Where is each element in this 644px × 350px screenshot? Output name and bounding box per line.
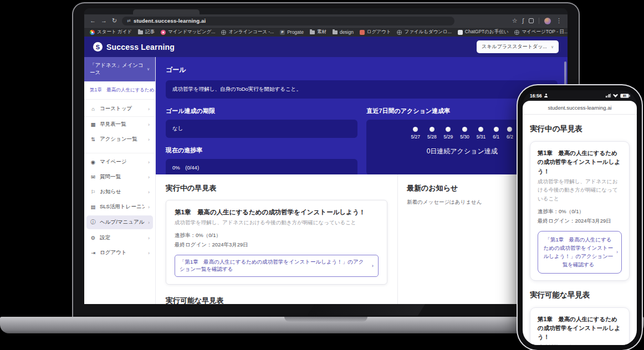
phone-card-title: 第1章 最高の人生にするための成功哲学をインストールしよう！ xyxy=(538,315,622,342)
bookmark-item[interactable]: ファイルもダウンロ... xyxy=(397,29,451,35)
day-circle-icon xyxy=(413,127,418,132)
sidebar-item[interactable]: ⓘ ヘルプ/マニュアル › xyxy=(86,215,153,229)
goal-title: ゴール xyxy=(166,65,558,75)
progress-title: 現在の進捗率 xyxy=(166,146,357,155)
web-page: S Success Learning スキルプラススタートダッ... ∨ 「アド… xyxy=(84,37,568,304)
phone-page-content: 実行中の早見表 第1章 最高の人生にするための成功哲学をインストールしよう！ 成… xyxy=(523,115,637,345)
phone-action-list-button[interactable]: 「第1章 最高の人生にするための成功哲学をインストールしよう！」のアクション一覧… xyxy=(538,231,622,274)
browser-toolbar: ← → ↻ ⇄ student.success-learning.ai ☆ ʃ … xyxy=(84,14,568,27)
chevron-right-icon: › xyxy=(372,262,374,269)
notifications-icon: ⚐ xyxy=(90,189,96,195)
plan-dropdown-label: スキルプラススタートダッ... xyxy=(482,43,547,50)
globe-icon xyxy=(397,30,402,35)
weekly-day: 6/1 xyxy=(493,127,499,140)
chevron-right-icon: › xyxy=(148,159,150,165)
site-settings-icon[interactable]: ⇄ xyxy=(127,18,131,23)
bookmark-item[interactable]: P Progate xyxy=(280,29,304,35)
bookmark-item[interactable]: マインドマッピング... xyxy=(161,29,215,35)
extensions-icon[interactable] xyxy=(529,18,534,23)
bookmark-item[interactable]: マイページTOP - 日... xyxy=(514,29,568,35)
bookmarks-bar: スタート ガイド 記事 マインドマッピング... オンラインコー xyxy=(84,27,568,37)
sidebar-chapter-link[interactable]: 第1章 最高の人生にするため... xyxy=(84,81,155,100)
course-selector-label: 「アドネス」メインコース xyxy=(90,62,147,76)
sidebar-item[interactable]: ⚙ 設定 › xyxy=(84,230,155,245)
gear-icon: ⚙ xyxy=(90,235,96,241)
action-list-button[interactable]: 「第1章 最高の人生にするための成功哲学をインストールしよう！」のアクション一覧… xyxy=(175,255,379,277)
chevron-right-icon: › xyxy=(148,174,150,180)
forward-icon[interactable]: → xyxy=(101,18,107,24)
day-circle-icon xyxy=(446,127,451,132)
sidebar-item[interactable]: ⚐ お知らせ › xyxy=(84,184,155,199)
phone-card-last-login: 最終ログイン：2024年3月29日 xyxy=(538,218,622,225)
bookmark-item[interactable]: 素材 xyxy=(310,29,326,35)
chevron-right-icon: › xyxy=(148,204,150,210)
mindmap-site-icon xyxy=(161,30,166,35)
person-icon xyxy=(544,94,548,97)
back-icon[interactable]: ← xyxy=(90,18,96,24)
globe-icon xyxy=(221,30,226,35)
sidebar-item[interactable]: ⌂ コーストップ › xyxy=(84,101,155,117)
folder-icon xyxy=(138,30,143,34)
globe-icon xyxy=(514,30,519,35)
address-bar[interactable]: ⇄ student.success-learning.ai xyxy=(122,17,454,25)
running-section-title: 実行中の早見表 xyxy=(166,183,387,193)
phone-card-desc: 成功哲学を理解し、アドネスにおける今後の動き方が明確になっていること xyxy=(538,177,622,203)
toolbar-divider xyxy=(539,18,539,24)
bookmark-item[interactable]: ChatGPTのお手伝い xyxy=(458,29,509,35)
sidebar-item[interactable]: ✉ 質問一覧 › xyxy=(84,169,155,184)
bookmark-item[interactable]: 記事 xyxy=(138,29,155,35)
mypage-icon: ◉ xyxy=(90,159,96,165)
plan-dropdown[interactable]: スキルプラススタートダッ... ∨ xyxy=(477,40,559,53)
logout-site-icon xyxy=(360,30,365,35)
laptop-frame: ← → ↻ ⇄ student.success-learning.ai ☆ ʃ … xyxy=(72,2,580,317)
phone-status-bar: 16:56 85 xyxy=(523,90,637,101)
chapter-card: 第1章 最高の人生にするための成功哲学をインストールしよう！ 成功哲学を理解し、… xyxy=(166,200,387,285)
toolbar-right: ☆ ʃ ⋮ xyxy=(512,18,562,24)
laptop-base-notch xyxy=(284,317,367,322)
bookmark-item[interactable]: オンラインコース -... xyxy=(221,29,274,35)
actions-list-icon: ⇅ xyxy=(90,136,96,142)
bookmark-item[interactable]: ログアウト xyxy=(360,29,391,35)
bookmark-star-icon[interactable]: ☆ xyxy=(512,18,518,24)
course-selector[interactable]: 「アドネス」メインコース ∨ xyxy=(84,57,155,81)
phone-address-bar[interactable]: student.success-learning.ai xyxy=(523,101,637,115)
running-section: 実行中の早見表 第1章 最高の人生にするための成功哲学をインストールしよう！ 成… xyxy=(156,174,397,304)
table-list-icon: ▦ xyxy=(90,121,96,127)
profile-avatar[interactable] xyxy=(544,18,551,24)
weekly-day: 5/27 xyxy=(411,127,421,140)
goal-text-box: 成功哲学を理解し、自身のToDo実行を開始すること。 xyxy=(166,80,558,99)
action-list-button-label: 「第1章 最高の人生にするための成功哲学をインストールしよう！」のアクション一覧… xyxy=(180,259,368,273)
phone-available-section-title: 実行可能な早見表 xyxy=(530,290,630,300)
sidebar-item[interactable]: ◉ マイページ › xyxy=(84,153,155,169)
weekly-day: 5/30 xyxy=(460,127,469,140)
sidebar-menu: ⌂ コーストップ › ▦ 早見表一覧 › xyxy=(84,100,155,260)
browser-menu-icon[interactable]: ⋮ xyxy=(556,18,562,24)
sidebar-item[interactable]: ▤ SLS活用トレーニング › xyxy=(84,199,155,214)
chevron-right-icon: › xyxy=(148,106,150,112)
bookmark-item[interactable]: スタート ガイド xyxy=(90,29,132,35)
day-circle-icon xyxy=(494,127,499,132)
folder-icon xyxy=(333,30,338,34)
weekly-day: 5/29 xyxy=(444,127,453,140)
phone-chapter-card: 第1章 最高の人生にするための成功哲学をインストールしよう！ 成功哲学を理解し、… xyxy=(530,141,630,281)
sidebar-item[interactable]: ▦ 早見表一覧 › xyxy=(84,117,155,132)
phone-screen: 16:56 85 student.success-learning.ai 実行中… xyxy=(523,90,637,345)
sidebar-item[interactable]: ⇥ ログアウト › xyxy=(84,245,155,260)
deadline-value-box: なし xyxy=(166,120,357,138)
brand-logo-icon: S xyxy=(93,42,103,52)
chapter-card-last-login: 最終ログイン：2024年3月29日 xyxy=(175,241,379,249)
browser-active-tab[interactable] xyxy=(133,9,200,14)
reload-icon[interactable]: ↻ xyxy=(112,18,117,24)
bookmark-item[interactable]: design xyxy=(333,29,354,35)
battery-icon: 85 xyxy=(620,94,629,98)
app-header: S Success Learning スキルプラススタートダッ... ∨ xyxy=(84,37,568,57)
main-content: ゴール 成功哲学を理解し、自身のToDo実行を開始すること。 ゴール達成の期限 … xyxy=(156,57,568,304)
sidebar-item[interactable]: ⇅ アクション一覧 › xyxy=(84,132,155,147)
phone-browser-sheet: student.success-learning.ai 実行中の早見表 第1章 … xyxy=(523,101,637,345)
chevron-right-icon: › xyxy=(148,220,150,225)
search-labs-icon[interactable]: ʃ xyxy=(523,18,524,24)
signal-icon xyxy=(606,94,611,98)
day-circle-icon xyxy=(478,127,483,132)
brand-name: Success Learning xyxy=(106,43,175,52)
chevron-right-icon: › xyxy=(148,137,150,142)
